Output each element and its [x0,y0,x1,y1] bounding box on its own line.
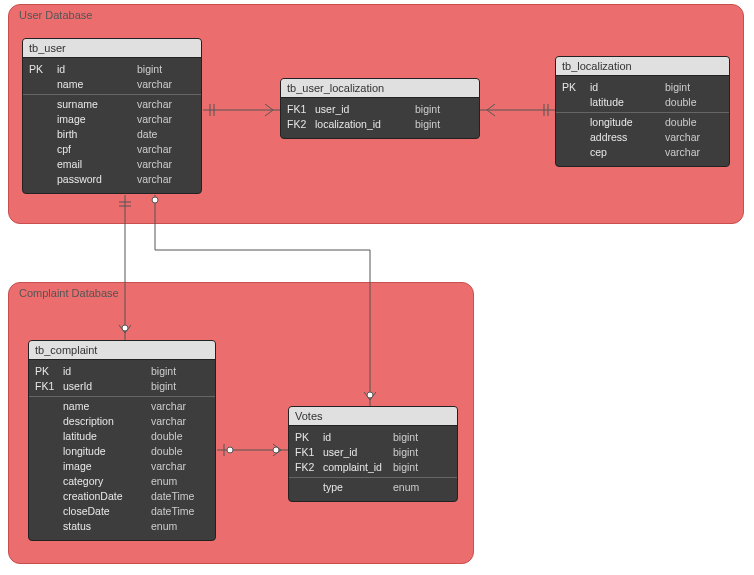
table-row: namevarchar [29,77,195,92]
table-body-votes: PKidbigintFK1user_idbigintFK2complaint_i… [289,426,457,501]
col-type: bigint [415,102,473,117]
col-key: FK2 [287,117,315,132]
table-row: FK1userIdbigint [35,379,209,394]
table-body-tb-user-localization: FK1user_idbigintFK2localization_idbigint [281,98,479,138]
col-key [35,504,63,519]
col-name: password [57,172,137,187]
table-row: namevarchar [35,399,209,414]
col-type: bigint [393,460,451,475]
row-separator [289,477,457,478]
col-name: status [63,519,151,534]
table-row: cpfvarchar [29,142,195,157]
col-type: double [665,115,723,130]
col-key [29,77,57,92]
table-row: FK2complaint_idbigint [295,460,451,475]
table-body-tb-localization: PKidbigintlatitudedoublelongitudedoublea… [556,76,729,166]
table-tb-user-localization: tb_user_localization FK1user_idbigintFK2… [280,78,480,139]
col-type: dateTime [151,504,209,519]
col-type: bigint [151,364,209,379]
table-row: birthdate [29,127,195,142]
col-key [29,127,57,142]
col-key: PK [29,62,57,77]
col-key [29,97,57,112]
col-key: FK1 [35,379,63,394]
col-type: varchar [137,77,195,92]
user-database-label: User Database [19,9,92,21]
col-key [562,115,590,130]
col-name: id [323,430,393,445]
table-row: creationDatedateTime [35,489,209,504]
table-tb-localization: tb_localization PKidbigintlatitudedouble… [555,56,730,167]
table-title-tb-user-localization: tb_user_localization [281,79,479,98]
col-type: enum [393,480,451,495]
col-name: cep [590,145,665,160]
col-type: varchar [137,172,195,187]
col-key [35,474,63,489]
row-separator [556,112,729,113]
complaint-database-label: Complaint Database [19,287,119,299]
col-key [35,489,63,504]
row-separator [29,396,215,397]
table-row: FK1user_idbigint [295,445,451,460]
table-title-tb-user: tb_user [23,39,201,58]
table-row: PKidbigint [562,80,723,95]
col-name: type [323,480,393,495]
col-type: bigint [151,379,209,394]
col-name: id [63,364,151,379]
col-type: varchar [137,142,195,157]
table-row: FK2localization_idbigint [287,117,473,132]
col-key [29,142,57,157]
table-row: addressvarchar [562,130,723,145]
col-key: PK [562,80,590,95]
table-row: PKidbigint [29,62,195,77]
table-row: FK1user_idbigint [287,102,473,117]
col-type: varchar [137,112,195,127]
col-key: PK [35,364,63,379]
col-name: creationDate [63,489,151,504]
table-row: closeDatedateTime [35,504,209,519]
col-name: user_id [323,445,393,460]
col-key [562,145,590,160]
table-body-tb-user: PKidbigintnamevarcharsurnamevarcharimage… [23,58,201,193]
col-name: email [57,157,137,172]
col-key: PK [295,430,323,445]
col-type: bigint [415,117,473,132]
table-title-tb-localization: tb_localization [556,57,729,76]
table-row: imagevarchar [35,459,209,474]
col-name: id [590,80,665,95]
col-type: enum [151,519,209,534]
table-row: PKidbigint [35,364,209,379]
col-name: category [63,474,151,489]
col-type: varchar [151,414,209,429]
col-name: surname [57,97,137,112]
table-row: PKidbigint [295,430,451,445]
col-type: double [151,444,209,459]
col-name: name [63,399,151,414]
table-title-tb-complaint: tb_complaint [29,341,215,360]
col-key [35,429,63,444]
col-key [35,444,63,459]
table-row: cepvarchar [562,145,723,160]
col-name: name [57,77,137,92]
col-key [35,459,63,474]
col-name: closeDate [63,504,151,519]
col-type: varchar [137,97,195,112]
row-separator [23,94,201,95]
table-row: statusenum [35,519,209,534]
col-name: longitude [590,115,665,130]
col-key [35,414,63,429]
table-row: longitudedouble [562,115,723,130]
col-type: date [137,127,195,142]
col-type: varchar [151,399,209,414]
col-key: FK2 [295,460,323,475]
table-body-tb-complaint: PKidbigintFK1userIdbigintnamevarchardesc… [29,360,215,540]
col-name: image [63,459,151,474]
col-key [35,399,63,414]
col-name: description [63,414,151,429]
table-tb-complaint: tb_complaint PKidbigintFK1userIdbigintna… [28,340,216,541]
col-name: address [590,130,665,145]
col-name: userId [63,379,151,394]
table-row: descriptionvarchar [35,414,209,429]
col-key [35,519,63,534]
col-key [562,95,590,110]
